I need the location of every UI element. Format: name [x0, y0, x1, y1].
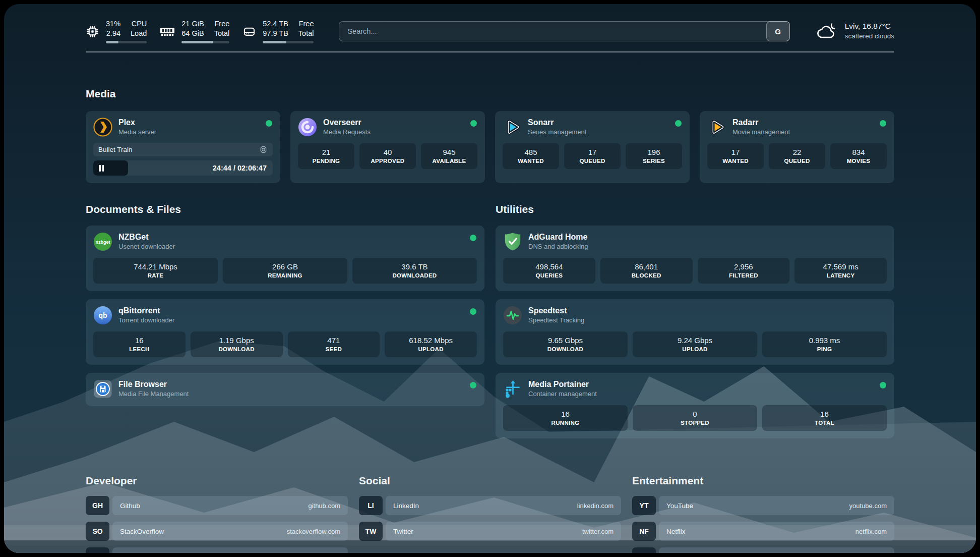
stat-box: 196SERIES [626, 143, 682, 169]
weather-condition: scattered clouds [845, 32, 894, 41]
memory-monitor: 21 GiB64 GiB FreeTotal [160, 19, 229, 44]
section-utilities: Utilities AdGuard Home DNS and adblockin… [496, 203, 894, 447]
app-name: File Browser [118, 379, 189, 390]
app-name: Overseerr [323, 118, 371, 128]
app-subtitle: Torrent downloader [118, 316, 174, 325]
bookmark-url: netflix.com [855, 528, 887, 535]
playback-time: 24:44 / 02:06:47 [213, 164, 267, 172]
bookmark-youtube[interactable]: YT YouTubeyoutube.com [632, 496, 894, 515]
stat-box: 498,564QUERIES [503, 258, 595, 284]
bookmark-abbr: TW [359, 522, 383, 541]
settings-icon[interactable] [259, 145, 268, 154]
bookmark-name: LinkedIn [393, 502, 419, 510]
app-subtitle: Media server [118, 128, 156, 137]
stat-box: 266 GBREMAINING [223, 258, 347, 284]
bookmark-name: StackOverflow [120, 528, 164, 535]
status-dot [266, 120, 272, 127]
bookmark-abbr: YT [632, 496, 656, 515]
section-media: Media Plex Media server [86, 88, 894, 183]
app-name: Radarr [732, 118, 790, 128]
bookmark-stackoverflow[interactable]: SO StackOverflowstackoverflow.com [86, 522, 348, 541]
status-dot [470, 308, 476, 315]
social-section-title: Social [359, 475, 621, 487]
portainer-card[interactable]: Media Portainer Container management 16R… [496, 373, 894, 438]
radarr-card[interactable]: Radarr Movie management 17WANTED 22QUEUE… [700, 111, 894, 183]
bookmark-abbr: LI [359, 496, 383, 515]
app-name: Sonarr [528, 118, 586, 128]
speedtest-icon [503, 306, 522, 325]
memory-labels: FreeTotal [214, 19, 230, 38]
bookmark-abbr: NF [632, 522, 656, 541]
playback-progress-bar: 24:44 / 02:06:47 [93, 160, 273, 176]
bookmark-linkedin[interactable]: LI LinkedInlinkedin.com [359, 496, 621, 515]
section-documents: Documents & Files nzbget NZBGet Usenet d… [86, 203, 484, 414]
bookmark-github[interactable]: GH Githubgithub.com [86, 496, 348, 515]
storage-progress-bar [263, 41, 314, 43]
status-dot [880, 382, 886, 388]
qbittorrent-card[interactable]: qb qBittorrent Torrent downloader 16LEEC… [86, 299, 484, 365]
documents-section-title: Documents & Files [86, 203, 484, 215]
bookmark-dev[interactable]: DT DEVdev.to [86, 547, 348, 553]
bookmark-twitter[interactable]: TW Twittertwitter.com [359, 522, 621, 541]
plex-card[interactable]: Plex Media server Bullet Train [86, 111, 280, 183]
bookmark-netflix[interactable]: NF Netflixnetflix.com [632, 522, 894, 541]
status-dot [470, 120, 477, 127]
nzbget-card[interactable]: nzbget NZBGet Usenet downloader 744.21 M… [86, 226, 484, 291]
overseerr-card[interactable]: Overseerr Media Requests 21PENDING 40APP… [290, 111, 485, 183]
app-name: AdGuard Home [528, 232, 588, 243]
hard-drive-icon [242, 25, 256, 38]
app-subtitle: Media Requests [323, 128, 371, 137]
bookmark-url: github.com [308, 502, 340, 510]
app-name: qBittorrent [118, 306, 174, 316]
qbittorrent-icon: qb [93, 306, 112, 325]
stat-box: 945AVAILABLE [421, 143, 477, 169]
status-dot [470, 382, 476, 388]
status-dot [675, 120, 682, 127]
app-name: Media Portainer [528, 379, 597, 390]
app-subtitle: Media File Management [118, 390, 189, 399]
now-playing-title-row: Bullet Train [93, 143, 273, 156]
speedtest-card[interactable]: Speedtest Speedtest Tracking 9.65 GbpsDO… [496, 299, 894, 365]
stat-box: 2,956FILTERED [698, 258, 790, 284]
app-subtitle: Container management [528, 390, 597, 399]
stat-box: 485WANTED [503, 143, 559, 169]
adguard-card[interactable]: AdGuard Home DNS and adblocking 498,564Q… [496, 226, 894, 291]
svg-text:qb: qb [98, 311, 107, 319]
bookmark-url: stackoverflow.com [287, 528, 340, 535]
section-social: Social LI LinkedInlinkedin.com TW Twitte… [359, 475, 621, 547]
stat-box: 17WANTED [707, 143, 764, 169]
bookmark-name: Netflix [666, 528, 686, 535]
stat-box: 40APPROVED [359, 143, 416, 169]
stat-box: 17QUEUED [564, 143, 621, 169]
bookmark-url: twitter.com [582, 528, 614, 535]
sonarr-icon [503, 118, 522, 137]
stat-box: 47.569 msLATENCY [794, 258, 887, 284]
app-subtitle: Speedtest Tracking [528, 316, 584, 325]
search-input[interactable] [339, 21, 789, 41]
utilities-section-title: Utilities [496, 203, 894, 215]
bookmark-name: Github [120, 502, 140, 510]
stat-box: 86,401BLOCKED [600, 258, 693, 284]
pause-button[interactable] [99, 165, 104, 172]
filebrowser-card[interactable]: File Browser Media File Management [86, 373, 484, 406]
cpu-chip-icon [86, 25, 99, 38]
now-playing-title: Bullet Train [98, 146, 133, 153]
stat-box: 0STOPPED [633, 405, 757, 431]
stat-box: 16RUNNING [503, 405, 628, 431]
bookmark-abbr: RE [632, 547, 656, 553]
bookmark-url: linkedin.com [577, 502, 614, 510]
bookmark-url: youtube.com [849, 502, 887, 510]
storage-values: 52.4 TB97.9 TB [263, 19, 288, 38]
overseerr-icon [298, 118, 317, 137]
stat-box: 0.993 msPING [762, 331, 887, 357]
app-subtitle: DNS and adblocking [528, 243, 588, 251]
weather-widget: Lviv, 16.87°C scattered clouds [815, 21, 894, 41]
memory-values: 21 GiB64 GiB [181, 19, 204, 38]
stat-box: 834MOVIES [830, 143, 887, 169]
search-engine-button[interactable]: G [766, 21, 790, 41]
bookmark-abbr: GH [86, 496, 109, 515]
bookmark-reddit[interactable]: RE Redditreddit.com [632, 547, 894, 553]
sonarr-card[interactable]: Sonarr Series management 485WANTED 17QUE… [495, 111, 690, 183]
cpu-values: 31%2.94 [106, 19, 120, 38]
status-dot [470, 235, 476, 241]
